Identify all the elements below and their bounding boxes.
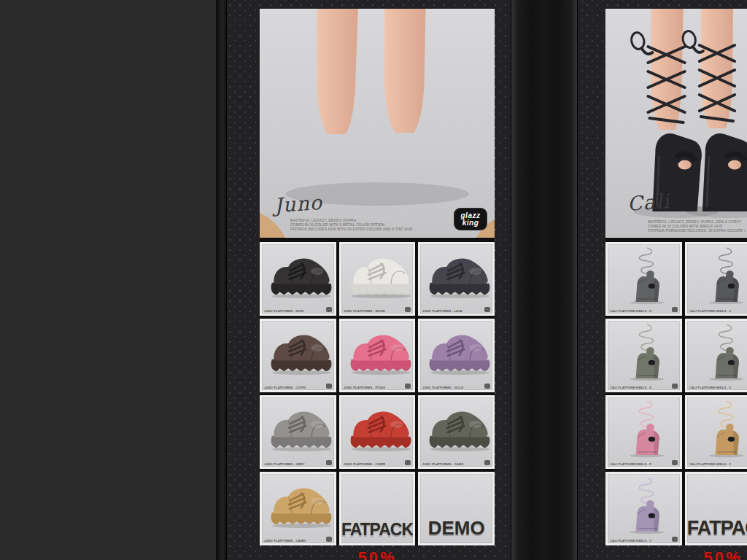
glazzking-mini-logo bbox=[672, 307, 678, 312]
glazzking-mini-logo bbox=[484, 384, 490, 389]
caption-line: FATPACK PURCHASE INCLUDES: 20 EXTRA COLO… bbox=[648, 228, 746, 233]
swatch-label: JUNO PLATFORMS - CAMO bbox=[422, 463, 464, 466]
swatch-label: CALI PLATFORM HEELS - VIOLET bbox=[610, 540, 651, 542]
shoe-thumbnail bbox=[265, 479, 336, 529]
fatpack-label: FATPACK bbox=[341, 520, 414, 540]
cali-swatch-onyx[interactable]: CALI PLATFORM HEELS - ONYX bbox=[685, 242, 747, 316]
glazzking-mini-logo bbox=[672, 537, 678, 542]
shoe-thumbnail bbox=[265, 249, 336, 299]
glazzking-mini-logo bbox=[326, 307, 332, 312]
cali-swatch-pitaya[interactable]: CALI PLATFORM HEELS - PITAYA bbox=[605, 395, 682, 469]
cali-fatpack-button[interactable]: FATPACK bbox=[685, 472, 747, 545]
juno-color-grid: JUNO PLATFORMS - NOIR JUNO PLATFORMS - S… bbox=[260, 242, 495, 545]
heel-thumbnail bbox=[615, 398, 676, 459]
glazzking-mini-logo bbox=[484, 307, 490, 312]
swatch-label: JUNO PLATFORMS - LAVA bbox=[422, 310, 464, 313]
juno-swatch-pitaya[interactable]: JUNO PLATFORMS - PITAYA bbox=[339, 319, 416, 392]
glazzking-mini-logo bbox=[672, 460, 678, 465]
juno-swatch-cherry[interactable]: JUNO PLATFORMS - CHERRY bbox=[339, 395, 416, 469]
juno-swatch-camel[interactable]: JUNO PLATFORMS - CAMEL bbox=[260, 472, 336, 545]
swatch-label: JUNO PLATFORMS - CHERRY bbox=[344, 463, 385, 466]
juno-demo-button[interactable]: DEMO bbox=[418, 472, 495, 545]
juno-caption: MAITREYA, LEGACY, EBODY, KUPRA COMES IN … bbox=[290, 219, 412, 231]
juno-title: Juno bbox=[274, 191, 323, 217]
cali-swatch-camel[interactable]: CALI PLATFORM HEELS - CAMEL bbox=[685, 395, 747, 469]
metal-beam-left bbox=[216, 0, 227, 560]
shoe-thumbnail bbox=[423, 249, 494, 299]
juno-swatch-grey[interactable]: JUNO PLATFORMS - GREY bbox=[260, 395, 336, 469]
cali-main-ad[interactable]: Cali MAITREYA, LEGACY, EBODY, KUPRA, GEN… bbox=[605, 9, 747, 238]
shoe-thumbnail bbox=[344, 326, 415, 376]
swatch-label: JUNO PLATFORMS - SNOW bbox=[344, 310, 385, 313]
cali-swatch-violet[interactable]: CALI PLATFORM HEELS - VIOLET bbox=[605, 472, 682, 545]
shoe-thumbnail bbox=[423, 326, 494, 376]
juno-swatch-noir[interactable]: JUNO PLATFORMS - NOIR bbox=[260, 242, 336, 316]
glazzking-mini-logo bbox=[672, 384, 678, 389]
swatch-label: JUNO PLATFORMS - PITAYA bbox=[344, 386, 385, 389]
cali-swatch-sage[interactable]: CALI PLATFORM HEELS - SAGE bbox=[605, 319, 682, 392]
sale-badge-juno: 50% bbox=[341, 548, 414, 560]
swatch-label: JUNO PLATFORMS - NOIR bbox=[264, 310, 306, 313]
logo-line2: king bbox=[462, 219, 479, 227]
swatch-label: JUNO PLATFORMS - GREY bbox=[264, 463, 306, 466]
logo-line1: glazz bbox=[461, 212, 481, 219]
shoe-thumbnail bbox=[344, 249, 415, 299]
glazzking-mini-logo bbox=[326, 384, 332, 389]
cali-swatch-noir[interactable]: CALI PLATFORM HEELS - NOIR bbox=[605, 242, 682, 316]
heel-thumbnail bbox=[694, 322, 747, 383]
glazzking-mini-logo bbox=[405, 307, 411, 312]
shoe-thumbnail bbox=[265, 402, 336, 452]
juno-swatch-lava[interactable]: JUNO PLATFORMS - LAVA bbox=[418, 242, 495, 316]
vendor-board-cali: Cali MAITREYA, LEGACY, EBODY, KUPRA, GEN… bbox=[605, 9, 747, 545]
heel-thumbnail bbox=[694, 398, 747, 459]
swatch-label: CALI PLATFORM HEELS - GREY bbox=[689, 386, 731, 389]
shoe-thumbnail bbox=[265, 326, 336, 376]
cali-title: Cali bbox=[627, 190, 670, 215]
swatch-label: JUNO PLATFORMS - VIOLET bbox=[422, 386, 464, 389]
metal-beam-center bbox=[511, 0, 578, 560]
sale-badge-cali: 50% bbox=[686, 548, 747, 560]
shoe-thumbnail bbox=[423, 402, 494, 452]
swatch-label: JUNO PLATFORMS - CAMEL bbox=[264, 540, 306, 542]
shoe-thumbnail bbox=[344, 402, 415, 452]
glazzking-mini-logo bbox=[405, 384, 411, 389]
juno-swatch-violet[interactable]: JUNO PLATFORMS - VIOLET bbox=[418, 319, 495, 392]
swatch-label: CALI PLATFORM HEELS - CAMEL bbox=[689, 463, 731, 466]
juno-swatch-snow[interactable]: JUNO PLATFORMS - SNOW bbox=[339, 242, 416, 316]
juno-swatch-coffee[interactable]: JUNO PLATFORMS - COFFEE bbox=[260, 319, 336, 392]
heel-thumbnail bbox=[615, 322, 676, 383]
glazzking-logo: glazz king bbox=[454, 208, 487, 230]
glazzking-mini-logo bbox=[484, 460, 490, 465]
swatch-label: CALI PLATFORM HEELS - PITAYA bbox=[610, 463, 651, 466]
swatch-label: CALI PLATFORM HEELS - SAGE bbox=[610, 386, 651, 389]
cali-swatch-grey[interactable]: CALI PLATFORM HEELS - GREY bbox=[685, 319, 747, 392]
swatch-label: CALI PLATFORM HEELS - NOIR bbox=[610, 310, 651, 313]
fatpack-label: FATPACK bbox=[687, 517, 747, 540]
heel-thumbnail bbox=[615, 475, 676, 536]
juno-fatpack-button[interactable]: FATPACK bbox=[339, 472, 416, 545]
cali-caption: MAITREYA, LEGACY, EBODY, KUPRA, GEN.X CU… bbox=[648, 220, 746, 233]
cali-color-grid: CALI PLATFORM HEELS - NOIR CALI PLATFORM… bbox=[605, 242, 747, 545]
glazzking-mini-logo bbox=[326, 460, 332, 465]
heel-thumbnail bbox=[694, 245, 747, 306]
glazzking-mini-logo bbox=[326, 537, 332, 542]
demo-label: DEMO bbox=[420, 517, 492, 540]
vendor-board-juno: Juno MAITREYA, LEGACY, EBODY, KUPRA COME… bbox=[260, 9, 495, 545]
glazzking-mini-logo bbox=[405, 460, 411, 465]
swatch-label: CALI PLATFORM HEELS - ONYX bbox=[689, 310, 731, 313]
swatch-label: JUNO PLATFORMS - COFFEE bbox=[264, 386, 306, 389]
caption-line: FATPACK INCLUDES HUD WITH 20 EXTRA COLOR… bbox=[290, 227, 412, 231]
heel-thumbnail bbox=[615, 245, 676, 306]
juno-swatch-camo[interactable]: JUNO PLATFORMS - CAMO bbox=[418, 395, 495, 469]
caption-line: MAITREYA, LEGACY, EBODY, KUPRA, GEN.X CU… bbox=[648, 220, 746, 225]
juno-main-ad[interactable]: Juno MAITREYA, LEGACY, EBODY, KUPRA COME… bbox=[260, 9, 495, 238]
